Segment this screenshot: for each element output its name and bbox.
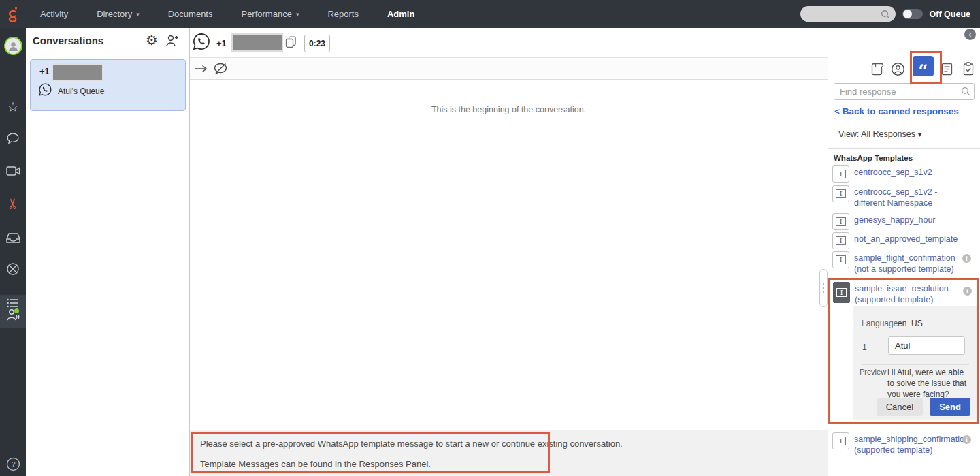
svg-text:?: ? bbox=[11, 460, 15, 468]
queue-name-label: Atul's Queue bbox=[58, 86, 104, 96]
nav-activity[interactable]: Activity bbox=[26, 0, 82, 28]
template-label[interactable]: centroocc_sep_s1v2 - different Namespace bbox=[854, 185, 958, 208]
nav-reports-label: Reports bbox=[327, 9, 359, 19]
copy-icon[interactable] bbox=[285, 36, 297, 51]
wrapup-clipboard-icon[interactable] bbox=[960, 61, 977, 76]
redacted-phone-number bbox=[231, 33, 283, 52]
toggle-knob bbox=[903, 10, 912, 18]
collapse-panel-button[interactable]: ‹ bbox=[964, 29, 976, 40]
language-label: Language - bbox=[862, 319, 903, 328]
preview-label: Preview bbox=[860, 368, 886, 376]
send-button[interactable]: Send bbox=[930, 398, 970, 416]
view-filter-dropdown[interactable]: View: All Responses▾ bbox=[838, 129, 921, 139]
template-item[interactable]: I not_an_approved_template bbox=[832, 232, 977, 249]
nav-activity-label: Activity bbox=[40, 9, 68, 19]
interaction-header: +1 0:23 bbox=[190, 28, 828, 58]
text-insert-icon[interactable]: I bbox=[832, 432, 849, 449]
back-to-canned-responses-link[interactable]: < Back to canned responses bbox=[834, 106, 959, 116]
template-label[interactable]: genesys_happy_hour bbox=[854, 213, 958, 230]
text-insert-icon-selected[interactable]: I bbox=[833, 282, 850, 303]
parameter-value-input[interactable] bbox=[888, 336, 965, 355]
redacted-phone-number bbox=[52, 63, 103, 81]
template-item-expanded: I sample_issue_resolution (supported tem… bbox=[828, 278, 979, 424]
divider bbox=[828, 148, 980, 149]
country-code-badge: +1 bbox=[216, 38, 227, 48]
sidebar-item-agents[interactable] bbox=[0, 298, 26, 331]
find-response-input[interactable] bbox=[834, 83, 975, 100]
template-item[interactable]: I sample_flight_confirmation (not a supp… bbox=[832, 251, 977, 274]
disconnect-scissors-icon: ✂ bbox=[5, 197, 21, 210]
interaction-timer: 0:23 bbox=[304, 35, 330, 52]
compose-hint-line2: Template Messages can be found in the Re… bbox=[200, 459, 431, 469]
circle-x-icon bbox=[6, 262, 20, 276]
template-label[interactable]: sample_issue_resolution (supported templ… bbox=[855, 283, 954, 306]
primary-nav: Activity Directory▾ Documents Performanc… bbox=[26, 0, 429, 28]
chevron-down-icon: ▾ bbox=[296, 11, 299, 18]
transfer-arrow-icon[interactable] bbox=[193, 61, 209, 76]
info-icon[interactable]: i bbox=[962, 435, 971, 444]
settings-gear-icon[interactable]: ⚙ bbox=[146, 33, 158, 47]
nav-reports[interactable]: Reports bbox=[313, 0, 373, 28]
script-icon[interactable] bbox=[869, 61, 885, 76]
sidebar-item-help[interactable]: ? bbox=[0, 450, 26, 476]
inbox-tray-icon bbox=[6, 232, 20, 244]
parameter-index-label: 1 bbox=[862, 343, 867, 352]
template-item[interactable]: I sample_shipping_confirmation (supporte… bbox=[832, 432, 977, 456]
chevron-down-icon: ▾ bbox=[918, 131, 921, 138]
queue-status-toggle[interactable] bbox=[902, 9, 923, 19]
nav-performance[interactable]: Performance▾ bbox=[227, 0, 313, 28]
text-insert-icon[interactable]: I bbox=[832, 251, 849, 268]
template-label[interactable]: sample_shipping_confirmation (supported … bbox=[854, 432, 958, 456]
nav-directory[interactable]: Directory▾ bbox=[82, 0, 154, 28]
template-item[interactable]: I centroocc_sep_s1v2 - different Namespa… bbox=[832, 185, 977, 208]
off-queue-label: Off Queue bbox=[930, 10, 970, 19]
genesys-logo-icon[interactable] bbox=[0, 0, 26, 28]
whatsapp-icon bbox=[192, 32, 211, 54]
compose-area: Please select a pre-approved WhatsApp te… bbox=[190, 430, 828, 476]
whatsapp-templates-title: WhatsApp Templates bbox=[834, 154, 913, 162]
panel-resize-handle[interactable] bbox=[819, 269, 828, 307]
profile-circle-icon[interactable] bbox=[889, 61, 906, 76]
compose-hint-line1: Please select a pre-approved WhatsApp te… bbox=[200, 439, 623, 449]
left-sidebar: ☆ ✂ ? bbox=[0, 28, 26, 476]
cancel-button[interactable]: Cancel bbox=[877, 398, 923, 416]
sidebar-item-inbox[interactable] bbox=[0, 224, 26, 251]
text-insert-icon[interactable]: I bbox=[832, 185, 849, 202]
sidebar-item-profile[interactable] bbox=[0, 32, 26, 59]
template-detail-form: Language - en_US 1 Preview Hi Atul, were… bbox=[853, 306, 977, 420]
template-item[interactable]: I genesys_happy_hour bbox=[832, 213, 977, 230]
text-insert-icon[interactable]: I bbox=[832, 165, 849, 183]
add-participant-icon[interactable] bbox=[165, 34, 179, 50]
nav-admin-label: Admin bbox=[387, 9, 414, 19]
whatsapp-icon bbox=[38, 82, 52, 99]
sidebar-item-interactions[interactable]: ✂ bbox=[0, 190, 26, 217]
end-chat-icon[interactable] bbox=[212, 61, 229, 76]
language-value: en_US bbox=[898, 319, 923, 328]
genesys-app-window: Activity Directory▾ Documents Performanc… bbox=[0, 0, 980, 476]
info-icon[interactable]: i bbox=[963, 287, 972, 296]
template-label[interactable]: sample_flight_confirmation (not a suppor… bbox=[854, 251, 958, 274]
canned-responses-button[interactable]: “ bbox=[913, 56, 934, 76]
conversations-panel: Conversations ⚙ +1 Atul's Queue bbox=[26, 28, 190, 476]
text-insert-icon[interactable]: I bbox=[832, 213, 849, 230]
sidebar-item-chat[interactable] bbox=[0, 125, 26, 152]
country-code-badge: +1 bbox=[39, 66, 50, 76]
conversation-card-selected[interactable]: +1 Atul's Queue bbox=[30, 59, 186, 111]
sidebar-item-external-contacts[interactable] bbox=[0, 255, 26, 283]
navbar-right: Off Queue bbox=[800, 6, 980, 22]
template-label[interactable]: not_an_approved_template bbox=[854, 232, 958, 249]
notes-icon[interactable] bbox=[938, 61, 955, 76]
template-item[interactable]: I centroocc_sep_s1v2 bbox=[832, 165, 977, 183]
template-label[interactable]: centroocc_sep_s1v2 bbox=[854, 165, 958, 183]
sidebar-item-video[interactable] bbox=[0, 157, 26, 185]
interaction-toolbar: “ bbox=[190, 58, 828, 80]
info-icon[interactable]: i bbox=[962, 254, 971, 263]
video-camera-icon bbox=[6, 165, 20, 176]
global-search-input[interactable] bbox=[800, 6, 896, 22]
nav-documents[interactable]: Documents bbox=[154, 0, 227, 28]
conversations-title: Conversations bbox=[33, 35, 103, 46]
sidebar-item-favorites[interactable]: ☆ bbox=[0, 93, 26, 121]
text-insert-icon[interactable]: I bbox=[832, 232, 849, 249]
top-navbar: Activity Directory▾ Documents Performanc… bbox=[0, 0, 980, 28]
nav-admin[interactable]: Admin bbox=[373, 0, 429, 28]
